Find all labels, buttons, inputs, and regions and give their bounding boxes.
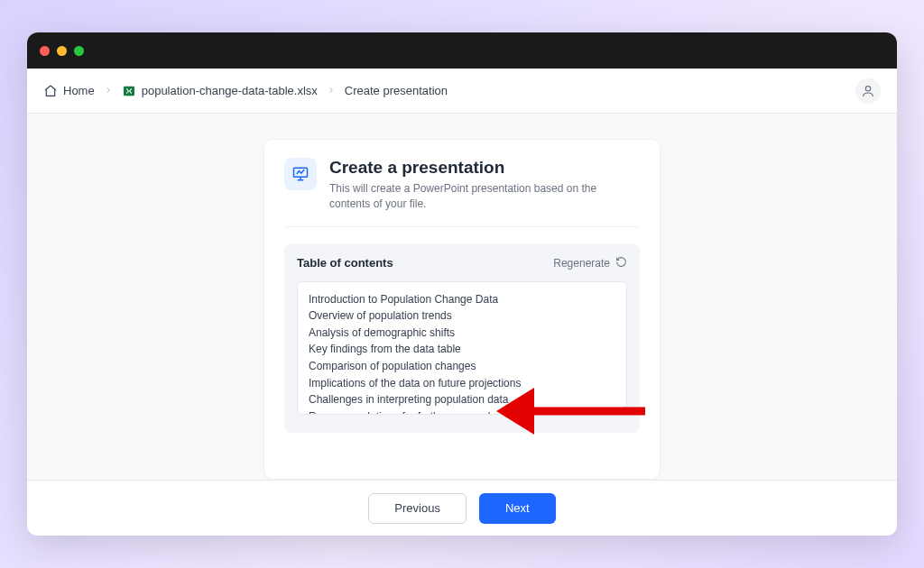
window-minimize-dot[interactable] [57, 46, 67, 56]
next-label: Next [505, 501, 530, 515]
app-window: Home population-change-data-table.xlsx C… [27, 32, 897, 536]
footer-bar: Previous Next [27, 480, 897, 536]
breadcrumb-current: Create presentation [345, 84, 448, 97]
card-subtitle: This will create a PowerPoint presentati… [329, 181, 640, 212]
breadcrumb-home[interactable]: Home [43, 84, 95, 98]
toc-textarea[interactable] [297, 281, 627, 415]
breadcrumb-file[interactable]: population-change-data-table.xlsx [122, 84, 318, 98]
card-header: Create a presentation This will create a… [284, 158, 640, 227]
excel-file-icon [122, 84, 136, 98]
next-button[interactable]: Next [479, 493, 556, 524]
create-presentation-card: Create a presentation This will create a… [263, 139, 661, 480]
chevron-right-icon [327, 84, 336, 97]
card-title: Create a presentation [329, 158, 640, 178]
window-close-dot[interactable] [40, 46, 50, 56]
window-titlebar [27, 32, 897, 69]
previous-label: Previous [394, 501, 440, 515]
top-bar: Home population-change-data-table.xlsx C… [27, 69, 897, 114]
presentation-icon [284, 158, 317, 190]
refresh-icon [615, 256, 627, 270]
chevron-right-icon [104, 84, 113, 97]
user-avatar[interactable] [855, 78, 881, 104]
regenerate-button[interactable]: Regenerate [553, 256, 627, 270]
toc-header: Table of contents Regenerate [297, 256, 627, 270]
breadcrumb-home-label: Home [63, 84, 95, 97]
breadcrumb-file-label: population-change-data-table.xlsx [142, 84, 318, 97]
window-zoom-dot[interactable] [74, 46, 84, 56]
user-icon [861, 84, 875, 98]
home-icon [43, 84, 58, 98]
svg-point-1 [865, 86, 870, 90]
breadcrumb: Home population-change-data-table.xlsx C… [43, 84, 448, 98]
main-content: Create a presentation This will create a… [27, 114, 897, 536]
breadcrumb-current-label: Create presentation [345, 84, 448, 97]
previous-button[interactable]: Previous [368, 493, 467, 524]
scroll-area: Create a presentation This will create a… [27, 114, 897, 480]
toc-heading: Table of contents [297, 256, 393, 270]
regenerate-label: Regenerate [553, 257, 610, 270]
toc-panel: Table of contents Regenerate [284, 243, 640, 433]
